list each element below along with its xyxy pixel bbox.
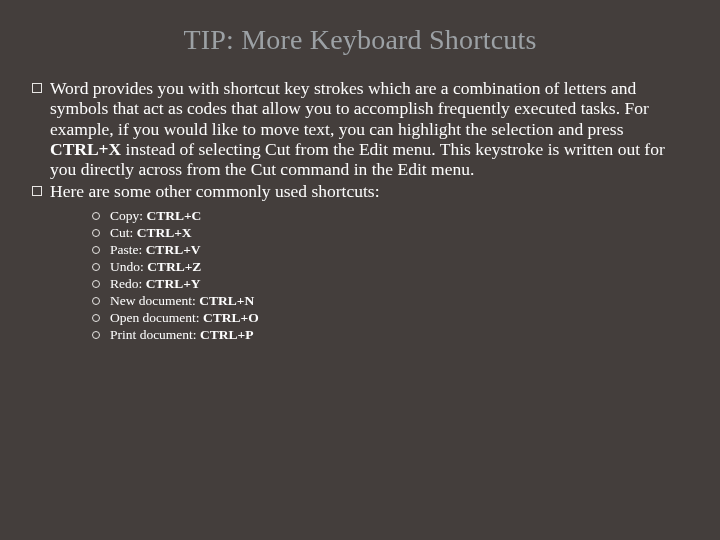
list-item: Cut: CTRL+X [92,225,684,241]
shortcut-key: CTRL+P [200,327,253,342]
list-item: Copy: CTRL+C [92,208,684,224]
shortcut-key: CTRL+O [203,310,259,325]
shortcut-text: Copy: CTRL+C [110,208,201,224]
paragraph-2: Here are some other commonly used shortc… [50,181,380,201]
shortcut-text: Cut: CTRL+X [110,225,192,241]
para1-key: CTRL+X [50,139,121,159]
checkbox-bullet-icon [32,186,42,196]
list-item: Undo: CTRL+Z [92,259,684,275]
circle-bullet-icon [92,229,100,237]
bullet-item-2: Here are some other commonly used shortc… [32,181,684,201]
shortcut-label: Undo: [110,259,147,274]
shortcut-list: Copy: CTRL+C Cut: CTRL+X Paste: CTRL+V U… [92,208,684,343]
circle-bullet-icon [92,280,100,288]
circle-bullet-icon [92,331,100,339]
circle-bullet-icon [92,297,100,305]
shortcut-label: Cut: [110,225,137,240]
para1-post: instead of selecting Cut from the Edit m… [50,139,665,179]
shortcut-text: Undo: CTRL+Z [110,259,201,275]
circle-bullet-icon [92,246,100,254]
shortcut-label: Paste: [110,242,146,257]
shortcut-label: Open document: [110,310,203,325]
shortcut-text: Paste: CTRL+V [110,242,201,258]
shortcut-key: CTRL+V [146,242,201,257]
slide: TIP: More Keyboard Shortcuts Word provid… [0,0,720,540]
checkbox-bullet-icon [32,83,42,93]
shortcut-label: Redo: [110,276,146,291]
shortcut-text: Open document: CTRL+O [110,310,259,326]
shortcut-key: CTRL+N [199,293,254,308]
bullet-item-1: Word provides you with shortcut key stro… [32,78,684,179]
shortcut-label: Print document: [110,327,200,342]
shortcut-key: CTRL+C [146,208,201,223]
shortcut-label: New document: [110,293,199,308]
shortcut-key: CTRL+Z [147,259,201,274]
list-item: Open document: CTRL+O [92,310,684,326]
slide-title: TIP: More Keyboard Shortcuts [28,24,692,56]
para1-pre: Word provides you with shortcut key stro… [50,78,649,139]
list-item: Redo: CTRL+Y [92,276,684,292]
shortcut-key: CTRL+Y [146,276,201,291]
list-item: New document: CTRL+N [92,293,684,309]
shortcut-text: Redo: CTRL+Y [110,276,201,292]
paragraph-1: Word provides you with shortcut key stro… [50,78,684,179]
shortcut-key: CTRL+X [137,225,192,240]
shortcut-label: Copy: [110,208,146,223]
circle-bullet-icon [92,314,100,322]
shortcut-text: Print document: CTRL+P [110,327,253,343]
body-block: Word provides you with shortcut key stro… [32,78,684,343]
list-item: Print document: CTRL+P [92,327,684,343]
shortcut-text: New document: CTRL+N [110,293,254,309]
list-item: Paste: CTRL+V [92,242,684,258]
circle-bullet-icon [92,263,100,271]
circle-bullet-icon [92,212,100,220]
